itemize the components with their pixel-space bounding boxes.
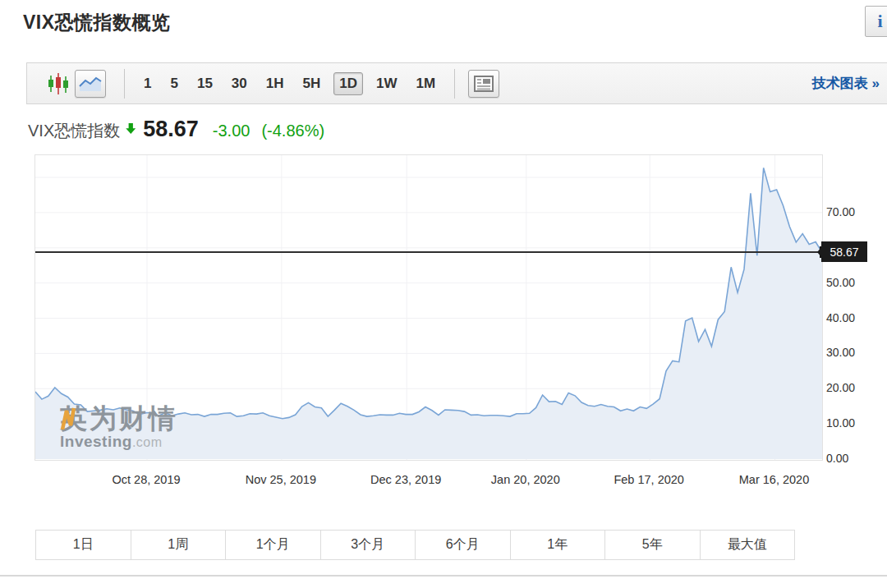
toolbar-divider [124, 69, 125, 99]
price-change-percent: (-4.86%) [261, 122, 324, 140]
interval-button-1d[interactable]: 1D [333, 72, 363, 95]
interval-button-1w[interactable]: 1W [370, 72, 403, 95]
interval-button-1[interactable]: 1 [138, 72, 157, 95]
x-axis-label: Dec 23, 2019 [370, 473, 441, 486]
x-axis-label: Nov 25, 2019 [246, 473, 316, 486]
quote-row: VIX恐慌指数 58.67 -3.00 (-4.86%) [28, 117, 324, 142]
range-button-5[interactable]: 1年 [511, 531, 606, 559]
watermark-brand-en: Investing.com [60, 434, 178, 450]
interval-group: 1515301H5H1D1W1M [138, 72, 441, 95]
info-button[interactable]: i [865, 6, 887, 37]
last-price-line [35, 251, 822, 253]
y-axis-label: 40.00 [826, 311, 855, 324]
last-price: 58.67 [143, 117, 199, 142]
interval-button-5[interactable]: 5 [164, 72, 183, 95]
interval-button-15[interactable]: 15 [191, 72, 218, 95]
last-price-badge: 58.67 [821, 241, 867, 262]
chart-toolbar: 1515301H5H1D1W1M 技术图表 » [26, 62, 887, 104]
range-button-1[interactable]: 1周 [131, 531, 227, 559]
y-axis-label: 10.00 [826, 416, 855, 430]
candlestick-chart-icon [47, 72, 70, 95]
x-axis-label: Jan 20, 2020 [491, 473, 560, 486]
y-axis-label: 30.00 [826, 346, 855, 359]
news-panel-icon [474, 76, 494, 92]
interval-button-1m[interactable]: 1M [410, 72, 441, 95]
range-button-0[interactable]: 1日 [36, 531, 131, 559]
watermark: 英为财情 Investing.com [60, 405, 178, 450]
interval-button-1h[interactable]: 1H [260, 72, 290, 95]
range-button-6[interactable]: 5年 [605, 531, 701, 559]
news-panel-button[interactable] [468, 70, 499, 98]
range-button-7[interactable]: 最大值 [701, 531, 795, 559]
y-axis: 70.0050.0040.0030.0020.0010.000.00 [826, 154, 885, 459]
vix-overview-widget: VIX恐慌指数概览 i 1515301H5H1D1W1M [0, 0, 887, 588]
price-change: -3.00 [213, 122, 250, 140]
x-axis: Oct 28, 2019Nov 25, 2019Dec 23, 2019Jan … [34, 473, 821, 491]
line-chart-button[interactable] [75, 70, 106, 98]
watermark-brand-cn: 英为财情 [60, 405, 178, 434]
interval-button-5h[interactable]: 5H [297, 72, 327, 95]
interval-button-30[interactable]: 30 [226, 72, 253, 95]
tech-chart-link[interactable]: 技术图表 » [812, 74, 880, 93]
range-button-4[interactable]: 6个月 [416, 531, 511, 559]
y-axis-label: 0.00 [826, 452, 848, 465]
line-chart-icon [78, 74, 103, 94]
instrument-name: VIX恐慌指数 [28, 120, 120, 142]
range-button-2[interactable]: 1个月 [226, 531, 321, 559]
page-title: VIX恐慌指数概览 [23, 10, 171, 35]
x-axis-label: Feb 17, 2020 [614, 473, 683, 486]
y-axis-label: 70.00 [826, 205, 855, 218]
widget-bottom-divider [0, 575, 887, 577]
info-icon: i [877, 12, 882, 30]
down-arrow-icon [126, 123, 136, 134]
candlestick-chart-button[interactable] [47, 70, 70, 98]
range-button-3[interactable]: 3个月 [321, 531, 416, 559]
x-axis-label: Mar 16, 2020 [739, 473, 809, 486]
x-axis-label: Oct 28, 2019 [113, 473, 181, 486]
watermark-accent-icon [60, 405, 76, 433]
chart-plot-area[interactable]: 英为财情 Investing.com [34, 154, 823, 461]
y-axis-label: 20.00 [826, 381, 855, 394]
y-axis-label: 50.00 [826, 276, 855, 289]
range-button-bar: 1日1周1个月3个月6个月1年5年最大值 [35, 530, 795, 560]
toolbar-divider [454, 69, 455, 99]
